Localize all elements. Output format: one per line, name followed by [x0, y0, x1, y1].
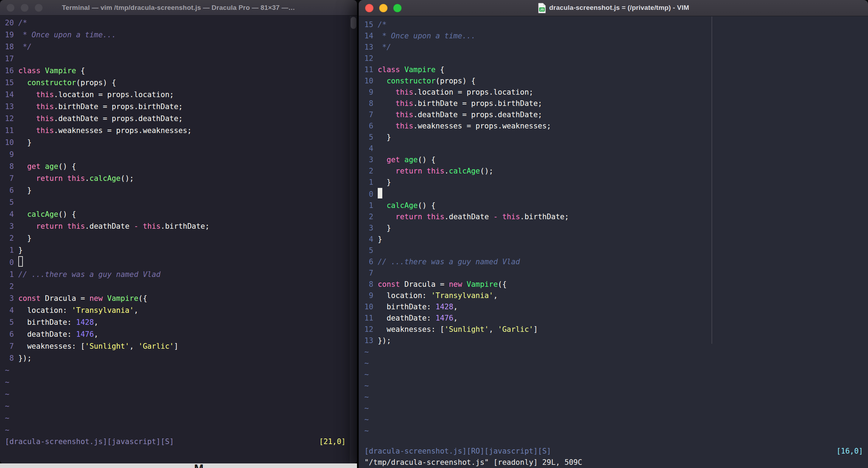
tilde-marker: ~ [5, 378, 9, 386]
code-line: 2 } [5, 232, 346, 244]
zoom-button[interactable] [393, 4, 402, 12]
code-text: }); [378, 336, 391, 345]
code-text: weaknesses: ['Sunlight', 'Garlic'] [18, 342, 178, 350]
line-number: 10 [5, 137, 14, 148]
code-text: class Vampire { [18, 67, 85, 75]
code-text: this.birthDate = props.birthDate; [378, 99, 542, 108]
macvim-titlebar[interactable]: JS dracula-screenshot.js = (/private/tmp… [359, 0, 868, 16]
zoom-button[interactable] [34, 4, 43, 12]
code-line: 9 location: 'Transylvania', [364, 290, 860, 301]
code-text: birthDate: 1428, [18, 318, 98, 327]
code-line: 1// ...there was a guy named Vlad [5, 268, 346, 280]
line-number: 16 [5, 65, 14, 77]
svg-text:JS: JS [540, 8, 544, 11]
code-line: 7 weaknesses: ['Sunlight', 'Garlic'] [5, 340, 346, 352]
line-number: 6 [364, 120, 373, 132]
line-number: 2 [364, 211, 373, 222]
line-number: 4 [5, 304, 14, 316]
code-line: 13 */ [364, 42, 860, 53]
code-line: 12 [364, 53, 860, 64]
code-line: 7 return this.calcAge(); [5, 172, 346, 184]
empty-line: ~ [364, 380, 860, 391]
line-number: 6 [364, 256, 373, 267]
code-text: } [378, 235, 382, 244]
empty-line: ~ [5, 376, 346, 388]
code-text: deathDate: 1476, [18, 330, 98, 339]
empty-line: ~ [364, 414, 860, 425]
code-line: 7 [364, 267, 860, 279]
line-number: 13 [364, 335, 373, 346]
line-number: 11 [5, 125, 14, 137]
tilde-marker: ~ [364, 348, 369, 356]
close-button[interactable] [6, 4, 15, 12]
code-line: 2 return this.calcAge(); [364, 165, 860, 177]
code-text: // ...there was a guy named Vlad [378, 258, 520, 266]
code-text: return this.calcAge(); [378, 167, 493, 175]
line-number: 8 [364, 279, 373, 290]
traffic-lights [6, 0, 43, 15]
line-number: 14 [364, 30, 373, 42]
line-number: 9 [364, 87, 373, 98]
code-line: 14 this.location = props.location; [5, 89, 346, 101]
tilde-marker: ~ [364, 370, 369, 379]
code-text: const Dracula = new Vampire({ [18, 294, 147, 303]
line-number: 7 [364, 109, 373, 120]
code-line: 0 [5, 256, 346, 268]
code-line: 0 [364, 188, 860, 200]
code-line: 14 * Once upon a time... [364, 30, 860, 42]
code-line: 11 this.weaknesses = props.weaknesses; [5, 125, 346, 137]
close-button[interactable] [365, 4, 374, 12]
tilde-marker: ~ [5, 426, 9, 434]
code-line: 4 location: 'Transylvania', [5, 304, 346, 316]
code-line: 2 return this.deathDate - this.birthDate… [364, 211, 860, 222]
line-number: 9 [5, 148, 14, 160]
minimize-button[interactable] [379, 4, 388, 12]
line-number: 3 [364, 154, 373, 165]
line-number: 3 [364, 222, 373, 234]
empty-line: ~ [364, 403, 860, 414]
desktop-background-strip: M [0, 463, 357, 468]
code-line: 8const Dracula = new Vampire({ [364, 279, 860, 290]
tilde-marker: ~ [364, 404, 369, 412]
tilde-marker: ~ [5, 366, 9, 374]
line-number: 14 [5, 89, 14, 101]
code-text: /* [18, 19, 27, 27]
js-document-icon: JS [538, 3, 546, 13]
code-line: 17 [5, 53, 346, 65]
code-line: 9 [5, 148, 346, 160]
scrollbar-thumb[interactable] [351, 17, 356, 29]
code-text: location: 'Transylvania', [18, 306, 138, 315]
vim-cursor [18, 256, 23, 267]
traffic-lights [365, 0, 402, 16]
line-number: 3 [5, 292, 14, 304]
line-number: 0 [364, 189, 373, 200]
code-line: 5 [364, 245, 860, 256]
terminal-titlebar[interactable]: Terminal — vim /tmp/dracula-screenshot.j… [0, 0, 357, 15]
line-number: 1 [364, 177, 373, 188]
vim-buffer-left[interactable]: 20/*19 * Once upon a time...18 */1716cla… [5, 17, 346, 436]
line-number: 13 [5, 101, 14, 113]
code-text: return this.deathDate - this.birthDate; [378, 213, 569, 221]
code-line: 5 [5, 196, 346, 208]
empty-line: ~ [5, 412, 346, 424]
code-text: return this.calcAge(); [18, 174, 134, 183]
vim-cursor [378, 188, 382, 198]
scrollbar [349, 16, 357, 464]
empty-line: ~ [5, 388, 346, 400]
code-line: 6 this.weaknesses = props.weaknesses; [364, 120, 860, 132]
code-line: 4} [364, 234, 860, 245]
code-text: } [378, 224, 391, 232]
vim-buffer-right[interactable]: 15/*14 * Once upon a time...13 */1211cla… [364, 19, 860, 436]
code-line: 4 calcAge() { [5, 208, 346, 220]
code-text: } [378, 178, 391, 186]
statusline-cursor-position: [21,0] [319, 436, 346, 448]
line-number: 2 [5, 280, 14, 292]
code-text: * Once upon a time... [18, 31, 116, 39]
minimize-button[interactable] [20, 4, 29, 12]
code-line: 3 } [364, 222, 860, 234]
code-text: birthDate: 1428, [378, 303, 458, 311]
code-line: 13 this.birthDate = props.birthDate; [5, 101, 346, 113]
code-text: this.birthDate = props.birthDate; [18, 102, 183, 111]
statusline-cursor-position: [16,0] [836, 445, 863, 457]
line-number: 7 [5, 172, 14, 184]
